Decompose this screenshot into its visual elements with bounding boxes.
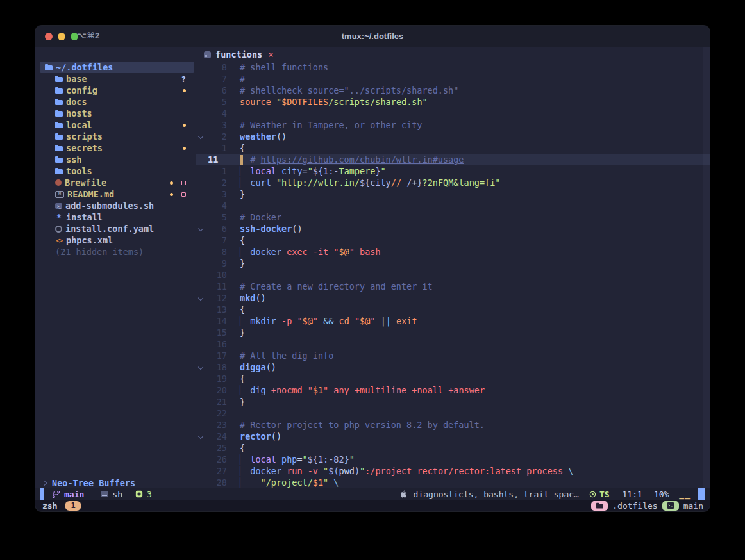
tree-item-label: ssh — [66, 154, 81, 165]
code-line[interactable]: 25{ — [196, 442, 710, 454]
titlebar[interactable]: ⌥⌘2 tmux:~/.dotfiles — [35, 26, 710, 47]
code-line[interactable]: 15} — [196, 327, 710, 338]
code-line-text: ▏ docker exec -it "$@" bash — [227, 247, 381, 257]
code-line[interactable]: 8▏ docker exec -it "$@" bash — [196, 246, 710, 258]
code-line[interactable]: 7{ — [196, 235, 710, 246]
line-number: 8 — [205, 62, 227, 72]
macos-terminal-window: ⌥⌘2 tmux:~/.dotfiles functions × Neo-Tre… — [35, 26, 710, 511]
neotree-buffers-header[interactable]: Neo-Tree Buffers — [35, 477, 196, 488]
code-line[interactable]: 21} — [196, 396, 710, 408]
code-line-text: rector() — [227, 431, 281, 441]
code-line[interactable]: 24rector() — [196, 431, 710, 442]
window-title: tmux:~/.dotfiles — [342, 31, 403, 41]
tree-item[interactable]: <>phpcs.xml — [40, 235, 194, 246]
code-line-text: ▏ curl "http://wttr.in/${city// /+}?2nFQ… — [227, 177, 500, 188]
fold-chevron-icon[interactable] — [196, 296, 205, 300]
tree-item[interactable]: (21 hidden items) — [40, 246, 194, 258]
code-line[interactable]: 6ssh-docker() — [196, 223, 710, 235]
plus-box-icon — [135, 490, 143, 498]
line-number: 1 — [205, 166, 227, 176]
line-number: 19 — [205, 374, 227, 384]
tree-item[interactable]: config — [40, 85, 194, 96]
tab-close-icon[interactable]: × — [268, 50, 273, 59]
line-number: 3 — [205, 189, 227, 199]
code-line[interactable]: 3# Weather in Tampere, or other city — [196, 119, 710, 131]
code-line[interactable]: 4 — [196, 108, 710, 119]
tab-functions[interactable]: functions — [215, 49, 262, 60]
code-line[interactable]: 4 — [196, 200, 710, 211]
tree-item[interactable]: docs — [40, 96, 194, 108]
line-number: 11 — [205, 154, 227, 165]
code-line[interactable]: 6# shellcheck source="../scripts/shared.… — [196, 85, 710, 96]
code-line-text: # Create a new directory and enter it — [227, 281, 433, 292]
code-line[interactable]: 8# shell functions — [196, 62, 710, 73]
line-number: 5 — [205, 212, 227, 222]
code-line[interactable]: 14▏ mkdir -p "$@" && cd "$@" || exit — [196, 315, 710, 327]
tree-item[interactable]: Brewfile — [40, 177, 194, 188]
tree-item[interactable]: tools — [40, 165, 194, 177]
tree-item[interactable]: MREADME.md — [40, 188, 194, 200]
chevron-right-icon[interactable] — [42, 480, 47, 485]
scrollbar-track[interactable] — [703, 47, 710, 488]
tree-item[interactable]: local — [40, 119, 194, 131]
code-line[interactable]: 18digga() — [196, 361, 710, 373]
tree-item[interactable]: install.conf.yaml — [40, 223, 194, 235]
fold-chevron-icon[interactable] — [196, 365, 205, 369]
code-line[interactable]: 23# Rector project to php version 8.2 by… — [196, 419, 710, 431]
code-line[interactable]: 2▏ curl "http://wttr.in/${city// /+}?2nF… — [196, 177, 710, 188]
tree-item[interactable]: ~/.dotfiles — [40, 62, 194, 73]
code-line[interactable]: 2weather() — [196, 131, 710, 142]
code-line[interactable]: 26▏ local php="${1:-82}" — [196, 454, 710, 465]
code-line[interactable]: 11# Create a new directory and enter it — [196, 281, 710, 292]
code-line-text: ▏ mkdir -p "$@" && cd "$@" || exit — [227, 316, 417, 326]
code-line[interactable]: 5source "$DOTFILES/scripts/shared.sh" — [196, 96, 710, 108]
tree-item[interactable]: ssh — [40, 154, 194, 165]
code-line-text: { — [227, 235, 245, 245]
code-line[interactable]: 10 — [196, 269, 710, 281]
tmux-window-name[interactable]: zsh — [42, 501, 57, 511]
tree-item[interactable]: secrets — [40, 142, 194, 154]
code-line[interactable]: 13{ — [196, 304, 710, 315]
mode-indicator — [40, 488, 44, 500]
session-dir-label: .dotfiles — [612, 501, 657, 511]
code-line[interactable]: 20▏ dig +nocmd "$1" any +multiline +noal… — [196, 384, 710, 396]
fold-chevron-icon[interactable] — [196, 135, 205, 138]
code-line[interactable]: 16 — [196, 338, 710, 350]
code-line[interactable]: 19{ — [196, 373, 710, 384]
code-line[interactable]: 9} — [196, 258, 710, 269]
tree-item[interactable]: >_add-submodules.sh — [40, 200, 194, 211]
editor-buffer[interactable]: 8# shell functions7#6# shellcheck source… — [196, 62, 710, 488]
line-number: 13 — [205, 304, 227, 315]
minimize-window-button[interactable] — [58, 33, 65, 40]
statusline-right: diagnosticls, bashls, trail-spac… TS 11:… — [399, 488, 710, 500]
code-line[interactable]: 11 # https://github.com/chubin/wttr.in#u… — [196, 154, 710, 165]
line-number: 7 — [205, 74, 227, 84]
tree-item[interactable]: base? — [40, 73, 194, 85]
scrollbar-thumb[interactable] — [698, 488, 705, 500]
tree-item-label: scripts — [66, 131, 103, 142]
fold-chevron-icon[interactable] — [196, 434, 205, 438]
code-line[interactable]: 17# All the dig info — [196, 350, 710, 361]
close-window-button[interactable] — [45, 33, 53, 40]
tree-item-label: local — [66, 120, 92, 130]
tree-item[interactable]: *install — [40, 211, 194, 223]
tmux-window-index-badge[interactable]: 1 — [65, 501, 81, 511]
tree-item[interactable]: scripts — [40, 131, 194, 142]
code-line[interactable]: 28▏ "/project/$1" \ — [196, 477, 710, 488]
line-number: 23 — [205, 420, 227, 430]
code-line[interactable]: 1{ — [196, 142, 710, 154]
folder-icon — [55, 144, 63, 152]
line-number: 1 — [205, 143, 227, 153]
fold-chevron-icon[interactable] — [196, 227, 205, 231]
code-line-text: source "$DOTFILES/scripts/shared.sh" — [227, 97, 428, 107]
code-line[interactable]: 1▏ local city="${1:-Tampere}" — [196, 165, 710, 177]
tree-item[interactable]: hosts — [40, 108, 194, 119]
code-line[interactable]: 12mkd() — [196, 292, 710, 304]
code-line[interactable]: 5# Docker — [196, 211, 710, 223]
code-line[interactable]: 22 — [196, 408, 710, 419]
line-number: 25 — [205, 443, 227, 453]
code-line[interactable]: 7# — [196, 73, 710, 85]
code-line[interactable]: 27▏ docker run -v "$(pwd)":/project rect… — [196, 465, 710, 477]
treesitter-label: TS — [599, 490, 610, 499]
code-line[interactable]: 3} — [196, 188, 710, 200]
